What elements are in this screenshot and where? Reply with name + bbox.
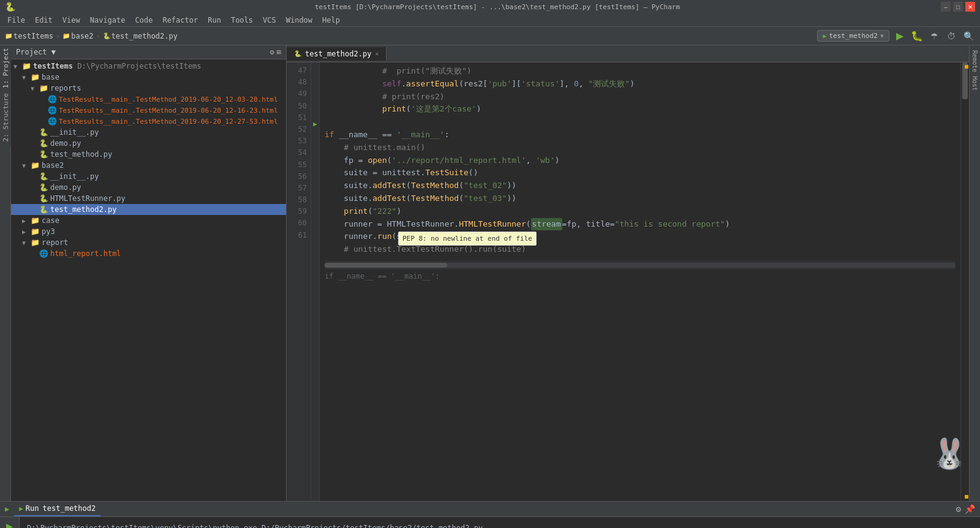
menu-item-refactor[interactable]: Refactor — [157, 15, 203, 26]
code-line-50: print('这是第2个case') — [325, 103, 956, 116]
breadcrumb-testItems[interactable]: 📁 testItems — [5, 32, 53, 40]
project-panel-icon[interactable]: 1: Project — [2, 48, 10, 88]
rerun-button[interactable]: ▶ — [3, 519, 17, 528]
tree-item-reports[interactable]: ▼ 📁 reports — [11, 83, 286, 94]
minimize-button[interactable]: – — [941, 2, 951, 12]
coverage-button[interactable]: ☂ — [927, 29, 941, 43]
code-line-57: suite.addTest(TestMethod("test_03")) — [325, 192, 956, 205]
window-title: testItems [D:\PycharmProjects\testItems]… — [54, 3, 941, 11]
breadcrumb-file[interactable]: 🐍 test_method2.py — [103, 32, 178, 40]
editor-content: 47 48 49 50 51 52 53 54 55 56 57 58 59 6… — [287, 62, 969, 501]
maximize-button[interactable]: □ — [953, 2, 963, 12]
run-tab-name: test_method2 — [43, 504, 96, 513]
tab-close-icon[interactable]: ✕ — [375, 50, 379, 57]
project-settings-icon[interactable]: ⚙ — [270, 48, 274, 56]
code-line-54: fp = open('../report/html_report.html', … — [325, 154, 956, 167]
tree-item-htmltr[interactable]: › 🐍 HTMLTestRunner.py — [11, 193, 286, 204]
menu-item-navigate[interactable]: Navigate — [85, 15, 130, 26]
code-bottom-visible: if __name__ == '__main__': — [325, 271, 956, 282]
project-header: Project ▼ ⚙ ⊞ — [11, 45, 286, 59]
code-line-53: # unittest.main() — [325, 141, 956, 154]
project-label: Project ▼ — [16, 48, 56, 56]
breadcrumb-sep1: › — [56, 32, 60, 40]
editor-tab-test-method2[interactable]: 🐍 test_method2.py ✕ — [287, 47, 386, 61]
editor-area: 🐍 test_method2.py ✕ 47 48 49 50 51 52 53… — [287, 45, 969, 501]
menu-item-file[interactable]: File — [2, 15, 30, 26]
run-tab-indicator: ▶ — [5, 505, 9, 513]
code-line-52: if __name__ == '__main__': — [325, 129, 956, 141]
output-cmd-line: D:\PycharmProjects\testItems\venv\Script… — [27, 522, 973, 528]
run-sidebar-tools: ▶ ⬛ ⏸ ⏵ ⇣ 🗑 ? — [0, 517, 20, 528]
tree-item-tm1[interactable]: › 🐍 test_method.py — [11, 149, 286, 160]
bottom-panel: ▶ ▶ Run test_method2 ⚙ 📌 ▶ ⬛ ⏸ ⏵ ⇣ 🗑 ? D… — [0, 501, 980, 528]
menu-bar: FileEditViewNavigateCodeRefactorRunTools… — [0, 13, 980, 27]
code-line-55: suite = unittest.TestSuite() — [325, 167, 956, 179]
code-line-51 — [325, 116, 956, 129]
breadcrumb-base2[interactable]: 📁 base2 — [62, 32, 93, 40]
menu-item-view[interactable]: View — [58, 15, 85, 26]
toolbar: 📁 testItems › 📁 base2 › 🐍 test_method2.p… — [0, 27, 980, 45]
title-bar: 🐍 testItems [D:\PycharmProjects\testItem… — [0, 0, 980, 13]
profile-button[interactable]: ⏱ — [944, 29, 958, 43]
tree-item-report[interactable]: ▼ 📁 report — [11, 237, 286, 248]
editor-tabs: 🐍 test_method2.py ✕ — [287, 45, 969, 62]
line-numbers: 47 48 49 50 51 52 53 54 55 56 57 58 59 6… — [287, 62, 311, 501]
pep-tooltip: PEP 8: no newline at end of file — [398, 232, 537, 246]
menu-item-code[interactable]: Code — [130, 15, 158, 26]
code-line-59: runner = HTMLTestRunner.HTMLTestRunner(s… — [325, 218, 956, 231]
code-line-47: # print("测试失败") — [325, 65, 956, 78]
menu-item-window[interactable]: Window — [281, 15, 317, 26]
structure-panel-icon[interactable]: 2: Structure — [2, 93, 10, 141]
tree-item-case[interactable]: ▶ 📁 case — [11, 215, 286, 226]
run-settings-icon[interactable]: ⚙ — [956, 504, 961, 514]
debug-button[interactable]: 🐛 — [910, 29, 924, 43]
breadcrumb-sep2: › — [96, 32, 100, 40]
run-output: D:\PycharmProjects\testItems\venv\Script… — [20, 517, 980, 528]
tree-item-init2[interactable]: › 🐍 __init__.py — [11, 171, 286, 182]
close-button[interactable]: ✕ — [965, 2, 975, 12]
pycharm-icon: 🐍 — [5, 2, 15, 12]
run-tabs-bar: ▶ ▶ Run test_method2 ⚙ 📌 — [0, 502, 980, 517]
tree-item-testItems[interactable]: ▼ 📁 testItems D:\PycharmProjects\testIte… — [11, 61, 286, 72]
menu-item-tools[interactable]: Tools — [226, 15, 258, 26]
code-line-49: # print(res2) — [325, 91, 956, 104]
tree-item-demo1[interactable]: › 🐍 demo.py — [11, 138, 286, 149]
code-line-48: self.assertEqual(res2['pub']['status'], … — [325, 78, 956, 91]
tree-item-base2[interactable]: ▼ 📁 base2 — [11, 160, 286, 171]
remote-host-label[interactable]: Remote Host — [971, 48, 978, 93]
right-sidebar: Remote Host — [969, 45, 980, 501]
code-line-56: suite.addTest(TestMethod("test_02")) — [325, 179, 956, 192]
menu-item-edit[interactable]: Edit — [30, 15, 58, 26]
project-collapse-icon[interactable]: ⊞ — [277, 48, 281, 56]
tree-item-tr3[interactable]: › 🌐 TestResults__main_.TestMethod_2019-0… — [11, 116, 286, 127]
code-area[interactable]: # print("测试失败") self.assertEqual(res2['p… — [320, 62, 960, 501]
run-marker-52: ▶ — [313, 119, 317, 130]
tree-item-init1[interactable]: › 🐍 __init__.py — [11, 127, 286, 138]
tree-item-tr2[interactable]: › 🌐 TestResults__main_.TestMethod_2019-0… — [11, 105, 286, 116]
tree-item-tr1[interactable]: › 🌐 TestResults__main_.TestMethod_2019-0… — [11, 94, 286, 105]
run-config-selector[interactable]: ▶ test_method2 ▼ — [817, 30, 889, 42]
menu-item-run[interactable]: Run — [203, 15, 226, 26]
tree-item-demo2[interactable]: › 🐍 demo.py — [11, 182, 286, 193]
project-tree: ▼ 📁 testItems D:\PycharmProjects\testIte… — [11, 59, 286, 501]
tree-item-base[interactable]: ▼ 📁 base — [11, 72, 286, 83]
project-panel: Project ▼ ⚙ ⊞ ▼ 📁 testItems D:\PycharmPr… — [11, 45, 287, 501]
tree-item-tm2[interactable]: › 🐍 test_method2.py — [11, 204, 286, 215]
tree-item-py3[interactable]: ▶ 📁 py3 — [11, 226, 286, 237]
code-line-58: print("222") — [325, 205, 956, 218]
run-tab-main[interactable]: ▶ Run test_method2 — [14, 502, 100, 516]
run-tab-label: Run — [26, 504, 39, 513]
run-content: ▶ ⬛ ⏸ ⏵ ⇣ 🗑 ? D:\PycharmProjects\testIte… — [0, 517, 980, 528]
tree-item-html-report[interactable]: › 🌐 html_report.html ➜ — [11, 248, 286, 259]
menu-item-help[interactable]: Help — [317, 15, 345, 26]
run-pin-icon[interactable]: 📌 — [965, 504, 975, 514]
run-button[interactable]: ▶ — [893, 29, 907, 43]
menu-item-vcs[interactable]: VCS — [258, 15, 281, 26]
search-everywhere-button[interactable]: 🔍 — [962, 29, 975, 43]
